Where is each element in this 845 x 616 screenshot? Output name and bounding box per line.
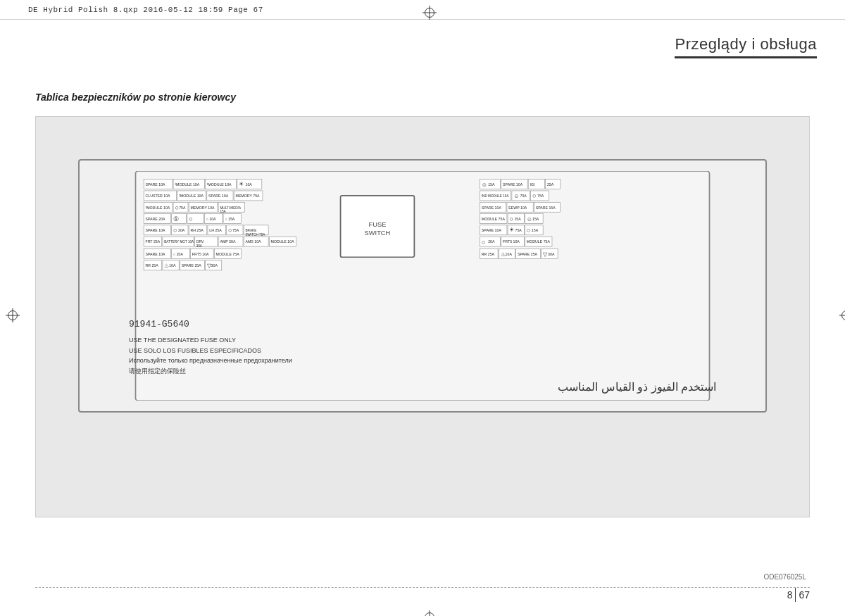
svg-text:MODULE 10A: MODULE 10A xyxy=(271,239,295,244)
svg-text:RR 25A: RR 25A xyxy=(145,263,158,268)
svg-text:SPARE 25A: SPARE 25A xyxy=(182,263,202,268)
svg-text:30A: 30A xyxy=(196,244,203,248)
svg-text:MEMORY 75A: MEMORY 75A xyxy=(236,194,261,198)
svg-text:○ 15A: ○ 15A xyxy=(225,217,234,221)
svg-text:15A: 15A xyxy=(532,217,539,221)
instruction-line-3: Используйте только предназначенные предо… xyxy=(129,356,716,365)
svg-text:SPARE 10A: SPARE 10A xyxy=(482,228,502,232)
svg-text:75A: 75A xyxy=(179,206,186,210)
part-number: 91941-G5640 xyxy=(129,319,716,329)
svg-text:15A: 15A xyxy=(220,210,226,213)
svg-text:○: ○ xyxy=(173,227,177,234)
svg-text:CLUSTER 10A: CLUSTER 10A xyxy=(145,194,170,198)
svg-text:SPARE 15A: SPARE 15A xyxy=(536,206,556,210)
svg-text:MODULE 75A: MODULE 75A xyxy=(482,217,506,221)
svg-text:♨: ♨ xyxy=(501,251,506,258)
svg-text:LH 25A: LH 25A xyxy=(209,228,222,232)
svg-text:☀: ☀ xyxy=(509,227,514,233)
svg-text:IND MODULE 10A: IND MODULE 10A xyxy=(482,194,510,198)
svg-text:MODULE 75A: MODULE 75A xyxy=(216,252,240,256)
svg-text:○: ○ xyxy=(228,227,232,234)
svg-text:○ 10A: ○ 10A xyxy=(206,217,216,221)
page-number-divider xyxy=(795,588,796,602)
svg-text:○: ○ xyxy=(532,192,537,199)
instruction-text-1: USE THE DESIGNATED FUSE ONLY USE SOLO LO… xyxy=(129,335,716,376)
ode-code: ODE076025L xyxy=(763,573,806,581)
title-underline xyxy=(675,56,817,58)
svg-text:FRT5 10A: FRT5 10A xyxy=(192,252,209,256)
svg-text:15A: 15A xyxy=(488,182,495,187)
bottom-dashed-line xyxy=(35,587,810,588)
svg-text:20A: 20A xyxy=(488,239,495,244)
ode-code-text: ODE076025L xyxy=(763,573,806,581)
svg-text:10A: 10A xyxy=(169,263,176,268)
svg-text:○: ○ xyxy=(189,215,193,222)
svg-text:75A: 75A xyxy=(520,194,527,198)
svg-text:MULTI MEDIA: MULTI MEDIA xyxy=(220,206,241,210)
svg-text:SPARE 10A: SPARE 10A xyxy=(482,206,502,210)
page-title: Przeglądy i obsługa xyxy=(675,35,817,54)
svg-text:75A: 75A xyxy=(232,228,239,232)
svg-text:BRAKE: BRAKE xyxy=(246,229,257,232)
svg-text:SWITCH 75A: SWITCH 75A xyxy=(246,233,266,237)
svg-text:RR 25A: RR 25A xyxy=(482,252,495,256)
svg-text:○: ○ xyxy=(482,239,486,246)
svg-text:SPARE 25A: SPARE 25A xyxy=(518,252,538,256)
svg-text:AMP 30A: AMP 30A xyxy=(220,239,235,244)
fuse-diagram: SPARE 10A ¹MODULE 10A ¹MODULE 10A ☀ 10A … xyxy=(78,159,767,413)
svg-text:SPARE 10A: SPARE 10A xyxy=(145,228,165,232)
svg-text:SPARE 10A: SPARE 10A xyxy=(208,194,229,198)
svg-text:○: ○ xyxy=(527,227,531,234)
svg-text:SPARE 10A: SPARE 10A xyxy=(145,182,165,187)
svg-text:SPARE 10A: SPARE 10A xyxy=(145,252,165,256)
section-heading: Tablica bezpieczników po stronie kierowc… xyxy=(35,92,236,103)
page-title-section: Przeglądy i obsługa xyxy=(675,35,817,58)
svg-text:SPARE 10A: SPARE 10A xyxy=(503,182,523,187)
svg-text:DRV: DRV xyxy=(196,239,204,244)
svg-text:30A: 30A xyxy=(548,252,555,256)
svg-text:20A: 20A xyxy=(178,228,185,232)
svg-text:FUSE: FUSE xyxy=(369,221,387,228)
svg-text:▽: ▽ xyxy=(543,251,548,258)
svg-text:15A: 15A xyxy=(514,217,521,221)
svg-text:☺: ☺ xyxy=(513,193,519,199)
svg-text:IGI: IGI xyxy=(530,182,535,187)
svg-text:☀: ☀ xyxy=(239,181,244,187)
svg-text:²MODULE 10A: ²MODULE 10A xyxy=(179,194,204,198)
svg-text:☺: ☺ xyxy=(527,216,532,222)
svg-text:FRT5 10A: FRT5 10A xyxy=(503,239,520,244)
svg-text:☺: ☺ xyxy=(482,182,487,188)
file-info: DE Hybrid Polish 8.qxp 2016-05-12 18:59 … xyxy=(28,6,263,14)
instruction-line-1: USE THE DESIGNATED FUSE ONLY xyxy=(129,335,716,345)
instruction-line-4: 请使用指定的保险丝 xyxy=(129,366,716,376)
instruction-line-2: USE SOLO LOS FUSIBLES ESPECIFICADOS xyxy=(129,346,716,356)
svg-text:30A: 30A xyxy=(211,263,218,268)
svg-text:¹MODULE 10A: ¹MODULE 10A xyxy=(207,182,232,187)
page-numbers: 8 67 xyxy=(787,588,810,602)
svg-text:MODULE 75A: MODULE 75A xyxy=(527,239,551,244)
svg-text:○: ○ xyxy=(175,204,179,211)
page-number: 67 xyxy=(799,589,810,601)
svg-text:25A: 25A xyxy=(547,182,554,187)
svg-text:○ 20A: ○ 20A xyxy=(173,252,183,256)
svg-text:RH 25A: RH 25A xyxy=(191,228,204,232)
svg-text:75A: 75A xyxy=(537,194,544,198)
svg-text:♨: ♨ xyxy=(164,263,169,269)
svg-text:①: ① xyxy=(173,215,179,222)
arabic-instruction: استخدم الفيوز ذو القياس المناسب xyxy=(129,380,716,394)
part-number-section: 91941-G5640 USE THE DESIGNATED FUSE ONLY… xyxy=(129,319,716,394)
content-box: SPARE 10A ¹MODULE 10A ¹MODULE 10A ☀ 10A … xyxy=(35,116,810,517)
svg-text:¹MODULE 10A: ¹MODULE 10A xyxy=(145,206,170,210)
svg-text:10A: 10A xyxy=(246,182,253,187)
svg-text:SWITCH: SWITCH xyxy=(365,230,391,237)
svg-text:MEMORY 10A: MEMORY 10A xyxy=(191,206,215,210)
svg-text:15A: 15A xyxy=(532,228,539,232)
svg-text:¹MODULE 10A: ¹MODULE 10A xyxy=(175,182,199,187)
svg-text:○: ○ xyxy=(509,215,513,222)
svg-text:BATTERY MGT 10A: BATTERY MGT 10A xyxy=(164,240,194,244)
svg-text:75A: 75A xyxy=(515,228,522,232)
svg-text:AMS 10A: AMS 10A xyxy=(246,239,262,244)
svg-text:EEWP 10A: EEWP 10A xyxy=(508,206,527,210)
svg-text:10A: 10A xyxy=(506,252,513,256)
svg-text:FRT 25A: FRT 25A xyxy=(145,239,160,244)
